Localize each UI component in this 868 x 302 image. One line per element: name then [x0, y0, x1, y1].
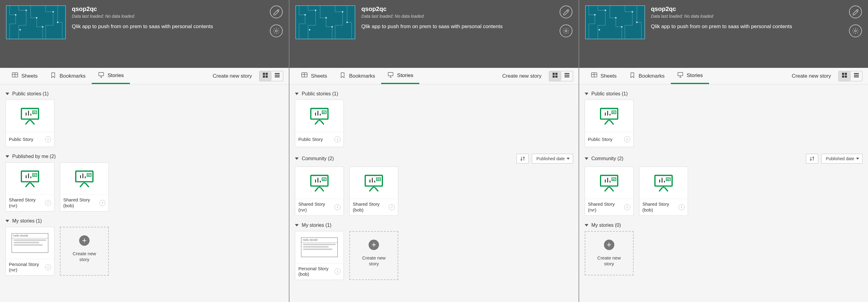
easel-icon	[309, 174, 330, 192]
settings-button[interactable]	[560, 25, 572, 37]
grid-view-button[interactable]	[549, 71, 561, 81]
app-description: Qlik app to push from on prem to saas wi…	[361, 24, 502, 30]
story-card[interactable]: Shared Story (bob) i	[60, 162, 109, 212]
create-new-story-link[interactable]: Create new story	[206, 68, 259, 84]
info-icon[interactable]: i	[99, 200, 105, 206]
list-view-button[interactable]	[561, 71, 573, 81]
settings-button[interactable]	[849, 25, 862, 37]
create-story-card[interactable]: + Create new story	[349, 231, 398, 280]
card-grid: Hello World! Personal Story (rvr) i + Cr…	[5, 227, 283, 279]
info-icon[interactable]: i	[624, 204, 630, 210]
info-icon[interactable]: i	[334, 204, 340, 210]
section-title: My stories (1)	[12, 218, 42, 224]
info-icon[interactable]: i	[679, 204, 685, 210]
section-header[interactable]: Public stories (1)	[585, 87, 863, 100]
story-card[interactable]: Shared Story (rvr) i	[5, 162, 54, 212]
card-grid: Public Story i	[295, 100, 573, 150]
sort-field-dropdown[interactable]: Published date	[532, 154, 573, 163]
sheets-icon	[591, 72, 597, 80]
tab-sheets[interactable]: Sheets	[585, 68, 623, 84]
app-thumbnail[interactable]	[585, 5, 645, 39]
info-icon[interactable]: i	[45, 264, 51, 270]
info-icon[interactable]: i	[45, 200, 51, 206]
section-title: Public stories (1)	[591, 91, 628, 97]
section-header[interactable]: Public stories (1)	[5, 87, 283, 100]
story-thumb: Hello World!	[295, 232, 344, 264]
info-icon[interactable]: i	[334, 268, 340, 274]
tab-bookmarks[interactable]: Bookmarks	[44, 68, 92, 84]
create-new-story-link[interactable]: Create new story	[784, 68, 838, 84]
create-story-card[interactable]: + Create new story	[60, 227, 109, 276]
story-title: Shared Story (rvr)	[588, 202, 622, 213]
edit-button[interactable]	[849, 5, 862, 18]
section-header[interactable]: My stories (1)	[5, 215, 283, 227]
info-icon[interactable]: i	[624, 136, 630, 143]
sort-direction-button[interactable]	[806, 154, 818, 163]
easel-icon	[74, 169, 95, 188]
sort-field-dropdown[interactable]: Published date	[821, 154, 863, 163]
story-title: Shared Story (rvr)	[9, 197, 43, 209]
tab-sheets[interactable]: Sheets	[295, 68, 333, 84]
edit-button[interactable]	[560, 5, 572, 18]
story-card[interactable]: Shared Story (bob) i	[349, 167, 398, 216]
story-card[interactable]: Public Story i	[295, 100, 344, 147]
create-story-card[interactable]: + Create new story	[585, 231, 633, 275]
story-card[interactable]: Shared Story (rvr) i	[585, 167, 633, 216]
tab-stories[interactable]: Stories	[381, 68, 419, 84]
tab-label: Stories	[397, 72, 413, 79]
story-title: Shared Story (rvr)	[298, 202, 333, 213]
app-thumbnail[interactable]	[6, 5, 66, 39]
info-icon[interactable]: i	[334, 136, 340, 143]
section-title: Public stories (1)	[302, 91, 338, 97]
easel-icon	[363, 174, 384, 192]
bookmark-icon	[629, 72, 636, 80]
section-header[interactable]: My stories (0)	[585, 219, 863, 231]
tab-label: Bookmarks	[349, 73, 375, 79]
list-view-button[interactable]	[271, 71, 283, 81]
tab-bookmarks[interactable]: Bookmarks	[333, 68, 381, 84]
plus-icon: +	[369, 240, 379, 250]
section-header[interactable]: My stories (1)	[295, 219, 573, 231]
easel-icon	[598, 107, 620, 125]
stories-body: Public stories (1) Public Story i Commun…	[579, 84, 868, 302]
story-title: Public Story	[9, 137, 33, 143]
story-card[interactable]: Hello World! Personal Story (bob) i	[295, 231, 344, 280]
chevron-down-icon	[585, 93, 588, 95]
story-title: Public Story	[298, 137, 323, 143]
tab-stories[interactable]: Stories	[671, 68, 709, 84]
bookmark-icon	[50, 72, 57, 80]
info-icon[interactable]: i	[45, 136, 51, 143]
create-new-story-link[interactable]: Create new story	[495, 68, 549, 84]
story-card[interactable]: Hello World! Personal Story (rvr) i	[5, 227, 54, 276]
chevron-down-icon	[585, 224, 588, 227]
section-header[interactable]: Published by me (2)	[5, 150, 283, 162]
settings-button[interactable]	[270, 25, 283, 37]
story-title: Shared Story (bob)	[353, 202, 387, 213]
app-description: Qlik app to push from on prem to saas wi…	[651, 24, 792, 30]
tab-stories[interactable]: Stories	[92, 68, 130, 84]
story-card[interactable]: Public Story i	[585, 100, 633, 147]
section-title: My stories (1)	[302, 222, 331, 228]
sort-direction-button[interactable]	[517, 154, 529, 163]
section-header[interactable]: Public stories (1)	[295, 87, 573, 100]
section-header[interactable]: Community (2) Published date	[295, 150, 573, 167]
app-thumbnail[interactable]	[296, 5, 355, 39]
info-icon[interactable]: i	[389, 204, 395, 210]
story-thumb	[6, 162, 54, 195]
edit-button[interactable]	[270, 5, 283, 18]
tab-sheets[interactable]: Sheets	[5, 68, 44, 84]
story-thumb	[60, 162, 108, 195]
grid-view-button[interactable]	[259, 71, 271, 81]
story-title: Shared Story (bob)	[63, 197, 97, 209]
grid-icon	[262, 72, 268, 80]
story-card[interactable]: Shared Story (rvr) i	[295, 167, 344, 216]
grid-view-button[interactable]	[839, 71, 850, 81]
story-card[interactable]: Shared Story (bob) i	[639, 167, 688, 216]
list-view-button[interactable]	[850, 71, 862, 81]
story-card[interactable]: Public Story i	[5, 100, 54, 147]
story-title: Personal Story (rvr)	[9, 262, 43, 273]
story-thumb	[585, 100, 633, 132]
section-header[interactable]: Community (2) Published date	[585, 150, 863, 167]
tab-bookmarks[interactable]: Bookmarks	[623, 68, 671, 84]
view-toggle	[838, 71, 863, 81]
